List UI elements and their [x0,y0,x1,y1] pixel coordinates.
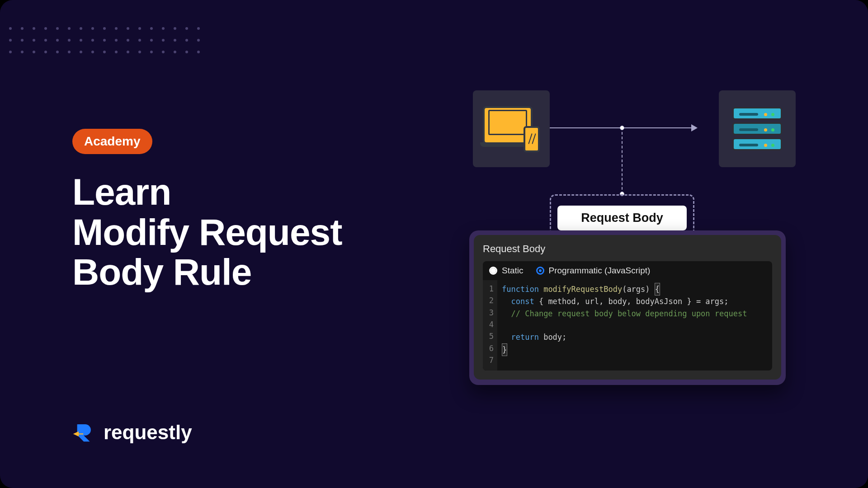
programmatic-radio-label: Programmatic (JavaScript) [549,266,651,276]
radio-icon [536,267,544,275]
panel-title: Request Body [483,243,772,255]
request-body-label: Request Body [557,206,687,230]
brand-name: requestly [104,421,192,444]
body-mode-tabs: Static Programmatic (JavaScript) [483,261,772,280]
brand-logo: requestly [70,420,192,445]
slide-frame: Academy Learn Modify Request Body Rule r… [0,0,868,488]
code-editor[interactable]: 1 2 3 4 5 6 7 function modifyRequestBody… [483,280,772,371]
title-line: Body Rule [72,252,420,292]
static-radio[interactable]: Static [489,266,524,276]
title-line: Modify Request [72,212,420,253]
academy-badge: Academy [72,129,152,154]
static-radio-label: Static [502,266,524,276]
programmatic-radio[interactable]: Programmatic (JavaScript) [536,266,651,276]
requestly-logo-icon [70,420,95,445]
decorative-dots [9,27,200,62]
line-gutter: 1 2 3 4 5 6 7 [483,280,497,371]
intercept-point [620,126,624,130]
client-node [473,90,550,167]
editor-panel-container: Request Body Static Programmatic (JavaSc… [469,230,786,385]
server-node [719,90,796,167]
code-content: function modifyRequestBody(args) { const… [497,280,772,371]
flow-diagram: Request Body Request Body Static Program… [470,90,787,407]
radio-icon [489,267,497,275]
page-title: Learn Modify Request Body Rule [72,172,420,292]
server-icon [732,107,782,150]
title-line: Learn [72,172,420,212]
request-body-panel: Request Body Static Programmatic (JavaSc… [474,235,781,380]
devices-icon [483,106,540,151]
intercept-line [622,132,623,194]
